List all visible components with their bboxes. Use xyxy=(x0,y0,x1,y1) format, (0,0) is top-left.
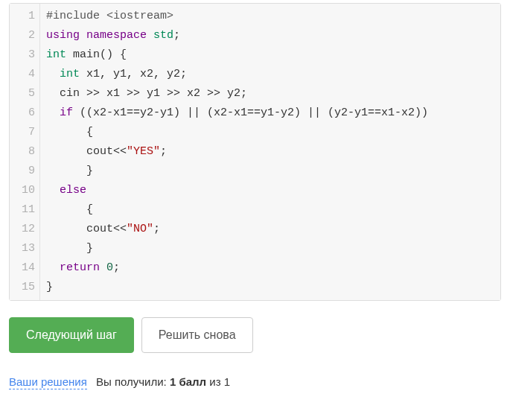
footer: Ваши решения Вы получили: 1 балл из 1 xyxy=(9,375,501,388)
code-line[interactable]: using namespace std; xyxy=(46,26,494,45)
line-number-gutter: 123456789101112131415 xyxy=(10,4,40,300)
line-number: 3 xyxy=(13,45,35,65)
score-text: Вы получили: 1 балл из 1 xyxy=(96,375,230,388)
code-line[interactable]: } xyxy=(46,278,494,297)
line-number: 12 xyxy=(13,220,35,239)
code-line[interactable]: } xyxy=(46,162,494,181)
code-line[interactable]: } xyxy=(46,239,494,258)
line-number: 10 xyxy=(13,181,35,200)
line-number: 13 xyxy=(13,239,35,258)
code-line[interactable]: #include <iostream> xyxy=(46,7,494,26)
line-number: 2 xyxy=(13,26,35,45)
code-editor[interactable]: 123456789101112131415 #include <iostream… xyxy=(9,3,501,301)
retry-button[interactable]: Решить снова xyxy=(141,317,253,353)
code-line[interactable]: cout<<"NO"; xyxy=(46,220,494,239)
line-number: 1 xyxy=(13,7,35,26)
line-number: 14 xyxy=(13,258,35,278)
line-number: 5 xyxy=(13,84,35,104)
code-line[interactable]: if ((x2-x1==y2-y1) || (x2-x1==y1-y2) || … xyxy=(46,104,494,123)
code-body[interactable]: #include <iostream>using namespace std;i… xyxy=(40,4,500,300)
code-line[interactable]: int x1, y1, x2, y2; xyxy=(46,65,494,84)
line-number: 6 xyxy=(13,104,35,123)
code-line[interactable]: cin >> x1 >> y1 >> x2 >> y2; xyxy=(46,84,494,104)
code-line[interactable]: { xyxy=(46,200,494,220)
line-number: 11 xyxy=(13,200,35,220)
button-row: Следующий шаг Решить снова xyxy=(9,317,501,353)
code-line[interactable]: cout<<"YES"; xyxy=(46,142,494,162)
line-number: 15 xyxy=(13,278,35,297)
line-number: 7 xyxy=(13,123,35,142)
code-line[interactable]: return 0; xyxy=(46,258,494,278)
line-number: 8 xyxy=(13,142,35,162)
code-line[interactable]: { xyxy=(46,123,494,142)
code-line[interactable]: int main() { xyxy=(46,45,494,65)
line-number: 4 xyxy=(13,65,35,84)
your-solutions-link[interactable]: Ваши решения xyxy=(9,375,87,389)
line-number: 9 xyxy=(13,162,35,181)
next-step-button[interactable]: Следующий шаг xyxy=(9,317,134,353)
code-line[interactable]: else xyxy=(46,181,494,200)
